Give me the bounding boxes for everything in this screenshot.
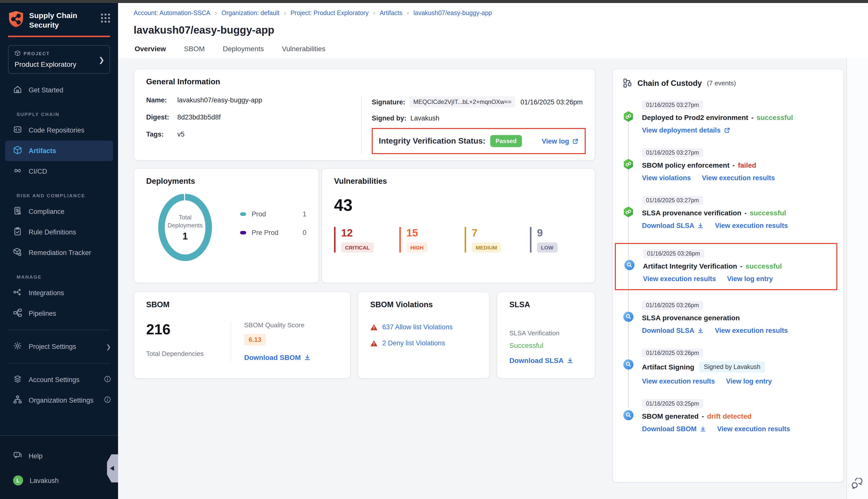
download-icon <box>698 222 704 229</box>
sidebar-item-account-settings[interactable]: Account Settings <box>0 369 118 390</box>
event-title: SLSA provenance generation <box>642 314 740 322</box>
breadcrumb-account[interactable]: Account: Automation-SSCA <box>134 10 210 16</box>
chat-bubbles-icon[interactable] <box>851 478 864 492</box>
card-title: SLSA <box>509 300 583 309</box>
sbom-total-label: Total Dependencies <box>146 350 231 357</box>
sidebar-item-pipelines[interactable]: Pipelines <box>0 303 118 324</box>
event-timestamp: 01/16/2025 03:25pm <box>642 399 703 408</box>
sidebar-item-help[interactable]: ? Help <box>0 446 118 466</box>
module-grid-icon[interactable] <box>101 14 110 23</box>
right-gutter <box>846 58 868 499</box>
chain-title: Chain of Custody <box>637 78 702 88</box>
event-timestamp: 01/16/2025 03:26pm <box>642 301 703 310</box>
breadcrumb-artifact-name[interactable]: lavakush07/easy-buggy-app <box>413 10 492 16</box>
card-title: General Information <box>146 77 583 86</box>
event-status: successful <box>757 113 793 121</box>
view-execution-results-link[interactable]: View execution results <box>643 275 716 283</box>
layers-gear-icon <box>13 375 22 385</box>
sidebar-item-organization-settings[interactable]: Organization Settings <box>0 390 118 411</box>
download-slsa-link[interactable]: Download SLSA <box>509 356 574 364</box>
project-name: Product Exploratory <box>14 60 104 68</box>
project-cube-icon <box>14 50 21 57</box>
sidebar-item-artifacts[interactable]: Artifacts <box>5 141 113 161</box>
severity-high: 15 HIGH <box>399 227 452 253</box>
tab-vulnerabilities[interactable]: Vulnerabilities <box>282 45 325 60</box>
breadcrumb-organization[interactable]: Organization: default <box>221 10 279 16</box>
nav-section-risk-compliance: RISK AND COMPLIANCE <box>0 182 118 201</box>
signature-value: MEQCICde2VjIT...bL+2+mqnOXw== <box>409 96 516 107</box>
nav-section-manage: MANAGE <box>0 263 118 283</box>
view-deployment-details-link[interactable]: View deployment details <box>642 126 730 134</box>
view-log-entry-link[interactable]: View log entry <box>726 378 772 385</box>
sbom-quality-label: SBOM Quality Score <box>244 321 338 329</box>
download-sbom-link[interactable]: Download SBOM <box>244 353 311 362</box>
breadcrumb-artifacts[interactable]: Artifacts <box>380 10 402 16</box>
download-slsa-link[interactable]: Download SLSA <box>642 327 704 334</box>
download-icon <box>567 357 574 364</box>
event-status: successful <box>745 262 782 270</box>
chain-event-deployed: 01/16/2025 03:27pm Deployed to Prod2 env… <box>623 100 833 134</box>
project-selector[interactable]: PROJECT Product Exploratory ❯ <box>8 45 110 74</box>
event-title: SBOM generated <box>642 412 699 420</box>
view-execution-results-link[interactable]: View execution results <box>702 174 775 182</box>
sidebar-item-integrations[interactable]: Integrations <box>0 283 118 303</box>
signed-by-value: Lavakush <box>410 114 439 122</box>
view-execution-results-link[interactable]: View execution results <box>715 327 788 334</box>
sidebar-item-remediation-tracker[interactable]: Remediation Tracker <box>0 242 118 263</box>
vulnerabilities-total: 43 <box>334 196 583 215</box>
event-timestamp: 01/16/2025 03:26pm <box>643 249 704 258</box>
view-log-entry-link[interactable]: View log entry <box>727 275 773 283</box>
donut-center-label: Total Deployments <box>164 213 206 229</box>
sidebar-footer: ? Help L Lavakush <box>0 435 118 499</box>
download-slsa-link[interactable]: Download SLSA <box>642 222 704 229</box>
event-title: Artifact Integrity Verification <box>643 262 737 270</box>
pipeline-icon <box>13 308 22 319</box>
link-hexagon-icon <box>623 111 634 122</box>
info-icon[interactable] <box>104 396 111 405</box>
chain-event-slsa-verification: 01/16/2025 03:27pm SLSA provenance verif… <box>623 195 833 229</box>
breadcrumb-project[interactable]: Project: Product Exploratory <box>290 10 369 16</box>
app-root: Supply Chain Security PROJECT Product Ex… <box>0 0 868 499</box>
legend-item-prod: Prod 1 <box>240 210 306 218</box>
legend-dot-pre-prod <box>240 231 246 234</box>
box-tools-icon <box>13 247 22 258</box>
deny-list-violations-link[interactable]: 2 Deny list Violations <box>382 339 445 347</box>
event-status: failed <box>738 161 756 169</box>
home-icon <box>13 85 22 95</box>
signed-by-badge: Signed by Lavakush <box>699 362 765 373</box>
content-area: General Information Name: lavakush07/eas… <box>118 58 868 499</box>
download-icon <box>700 426 706 432</box>
brand-title: Supply Chain Security <box>29 11 85 29</box>
tab-deployments[interactable]: Deployments <box>223 45 264 60</box>
sidebar-item-rule-definitions[interactable]: Rule Definitions <box>0 222 118 242</box>
sidebar-item-code-repositories[interactable]: Code Repositories <box>0 120 118 141</box>
severity-low: 9 LOW <box>530 227 583 253</box>
sidebar-item-cicd[interactable]: CI/CD <box>0 161 118 182</box>
download-sbom-link[interactable]: Download SBOM <box>642 425 706 433</box>
tab-sbom[interactable]: SBOM <box>184 45 205 60</box>
info-icon[interactable] <box>104 376 111 384</box>
chain-event-slsa-generation: 01/16/2025 03:26pm SLSA provenance gener… <box>623 300 833 334</box>
allow-list-violations-link[interactable]: 637 Allow list Violations <box>382 323 453 331</box>
tab-overview[interactable]: Overview <box>135 45 166 60</box>
sidebar-item-user[interactable]: L Lavakush <box>0 471 118 490</box>
chain-of-custody-panel: Chain of Custody (7 events) 01/16/2025 0… <box>612 69 844 483</box>
avatar: L <box>13 475 23 485</box>
sidebar-item-compliance[interactable]: Compliance <box>0 201 118 222</box>
deployments-legend: Prod 1 Pre Prod 0 <box>240 210 306 247</box>
digest-value: 8d23bd3b5d8f <box>177 113 221 121</box>
sidebar-item-project-settings[interactable]: Project Settings ❯ <box>0 336 118 357</box>
view-execution-results-link[interactable]: View execution results <box>717 425 791 433</box>
digest-label: Digest: <box>146 113 177 121</box>
card-title: SBOM <box>146 300 338 309</box>
view-log-link[interactable]: View log <box>542 137 579 145</box>
divider <box>8 330 110 330</box>
view-execution-results-link[interactable]: View execution results <box>715 222 788 229</box>
signature-label: Signature: <box>372 98 405 106</box>
view-execution-results-link[interactable]: View execution results <box>642 378 715 385</box>
chain-event-count: (7 events) <box>707 79 736 87</box>
view-violations-link[interactable]: View violations <box>642 174 691 182</box>
event-timestamp: 01/16/2025 03:27pm <box>642 100 703 109</box>
sidebar-item-get-started[interactable]: Get Started <box>0 80 118 100</box>
external-link-icon <box>724 127 730 134</box>
